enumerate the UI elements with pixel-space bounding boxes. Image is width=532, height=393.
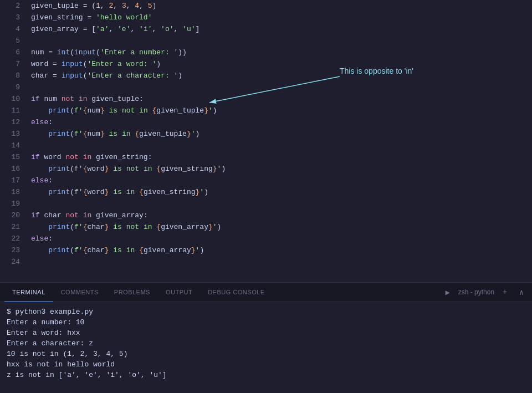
token-var: given_tuple xyxy=(31,0,79,12)
terminal-line: 10 is not in (1, 2, 3, 4, 5) xyxy=(7,349,525,359)
token-str: 'e' xyxy=(117,23,130,35)
token-fstr-brace: } xyxy=(100,128,105,140)
token-punc: ) xyxy=(200,244,204,256)
token-punc: : xyxy=(48,116,53,128)
token-fstr-brace: } xyxy=(196,186,200,198)
token-var xyxy=(31,244,48,256)
token-str: f' xyxy=(74,186,83,198)
line-number: 13 xyxy=(0,128,20,140)
code-line: word = input('Enter a word: ') xyxy=(31,58,532,70)
token-punc: ) xyxy=(178,70,182,81)
token-punc: ) xyxy=(152,0,157,12)
token-str: ' xyxy=(217,163,222,175)
line-number: 11 xyxy=(0,105,20,116)
token-builtin: print xyxy=(48,186,70,198)
token-str: 'Enter a number: ' xyxy=(100,47,178,58)
token-str: ' xyxy=(191,128,196,140)
token-punc: ) xyxy=(221,163,226,175)
token-fstr-brace: { xyxy=(156,221,161,233)
line-number: 2 xyxy=(0,0,20,12)
token-punc: ( xyxy=(91,0,96,12)
token-punc: , xyxy=(109,23,117,35)
line-number: 14 xyxy=(0,140,20,151)
line-number: 12 xyxy=(0,116,20,128)
code-line: else: xyxy=(31,116,532,128)
code-line: if num not in given_tuple: xyxy=(31,93,532,105)
token-str: is in xyxy=(109,186,140,198)
code-line xyxy=(31,35,532,47)
token-punc: ) xyxy=(204,186,208,198)
token-punc: ( xyxy=(70,128,74,140)
token-punc: ( xyxy=(83,58,88,70)
token-var: given_string xyxy=(161,163,213,175)
token-str: ' xyxy=(213,221,217,233)
code-content[interactable]: This is opposite to 'in' given_tuple = (… xyxy=(27,0,532,282)
token-punc: ) xyxy=(217,221,222,233)
token-var: given_string xyxy=(31,12,83,23)
token-var: given_tuple xyxy=(156,105,204,116)
panel-tab-output[interactable]: OUTPUT xyxy=(158,283,200,302)
line-number: 9 xyxy=(0,81,20,93)
add-terminal-button[interactable]: + xyxy=(499,286,511,298)
token-str: is in xyxy=(109,244,140,256)
token-punc: ( xyxy=(70,221,74,233)
token-var xyxy=(31,163,48,175)
code-line: print(f'{char} is not in {given_array}') xyxy=(31,221,532,233)
line-number: 15 xyxy=(0,151,20,163)
token-var: char xyxy=(31,70,48,81)
token-num-lit: 1 xyxy=(96,0,100,12)
token-punc: , xyxy=(152,23,161,35)
token-builtin: print xyxy=(48,105,70,116)
terminal-line: z is not in ['a', 'e', 'i', 'o', 'u'] xyxy=(7,370,525,380)
code-line: if word not in given_string: xyxy=(31,151,532,163)
token-fstr-brace: { xyxy=(83,244,88,256)
token-fstr-brace: } xyxy=(191,244,196,256)
token-punc: ( xyxy=(70,47,74,58)
token-punc: , xyxy=(139,0,148,12)
token-fstr-brace: } xyxy=(105,244,109,256)
token-kw: if xyxy=(31,151,44,163)
token-fstr-brace: } xyxy=(100,105,105,116)
token-str: 'hello world' xyxy=(96,12,152,23)
token-str: 'u' xyxy=(182,23,195,35)
token-str: f' xyxy=(74,221,83,233)
panel-tab-terminal[interactable]: TERMINAL xyxy=(4,283,53,302)
line-number: 20 xyxy=(0,210,20,221)
code-line: print(f'{char} is in {given_array}') xyxy=(31,244,532,256)
token-fstr-brace: { xyxy=(139,186,144,198)
token-punc: : xyxy=(48,175,53,186)
panel-tab-debug-console[interactable]: DEBUG CONSOLE xyxy=(200,283,272,302)
code-line: print(f'{num} is in {given_tuple}') xyxy=(31,128,532,140)
token-var: num xyxy=(87,128,100,140)
token-var: given_string xyxy=(144,186,196,198)
token-punc: ( xyxy=(70,105,74,116)
panel-tab-comments[interactable]: COMMENTS xyxy=(53,283,106,302)
token-num-lit: 5 xyxy=(148,0,152,12)
token-in-kw: in xyxy=(83,151,96,163)
token-var: num xyxy=(44,93,61,105)
line-number: 21 xyxy=(0,221,20,233)
token-punc: ( xyxy=(70,163,74,175)
line-number: 3 xyxy=(0,12,20,23)
token-fstr-brace: } xyxy=(204,105,208,116)
token-fstr-brace: { xyxy=(83,163,88,175)
code-line: else: xyxy=(31,233,532,244)
token-str: 'a' xyxy=(96,23,109,35)
token-punc: ) xyxy=(213,105,217,116)
token-var xyxy=(31,105,48,116)
token-punc: ( xyxy=(83,70,88,81)
chevron-up-icon[interactable]: ∧ xyxy=(515,286,528,298)
token-punc: [ xyxy=(91,23,96,35)
terminal-content[interactable]: $ python3 example.pyEnter a number: 10En… xyxy=(0,302,532,393)
token-op: = xyxy=(44,47,57,58)
code-line: given_array = ['a', 'e', 'i', 'o', 'u'] xyxy=(31,23,532,35)
line-numbers: 23456789101112131415161718192021222324 xyxy=(0,0,27,282)
terminal-icon[interactable]: ▶ xyxy=(442,286,454,298)
token-builtin: print xyxy=(48,163,70,175)
token-builtin: input xyxy=(62,58,83,70)
token-fstr-brace: { xyxy=(139,244,144,256)
panel-tab-problems[interactable]: PROBLEMS xyxy=(106,283,158,302)
token-not-kw: not xyxy=(65,151,83,163)
token-builtin: print xyxy=(48,221,70,233)
panel-controls: ▶zsh - python+∧ xyxy=(442,286,528,298)
